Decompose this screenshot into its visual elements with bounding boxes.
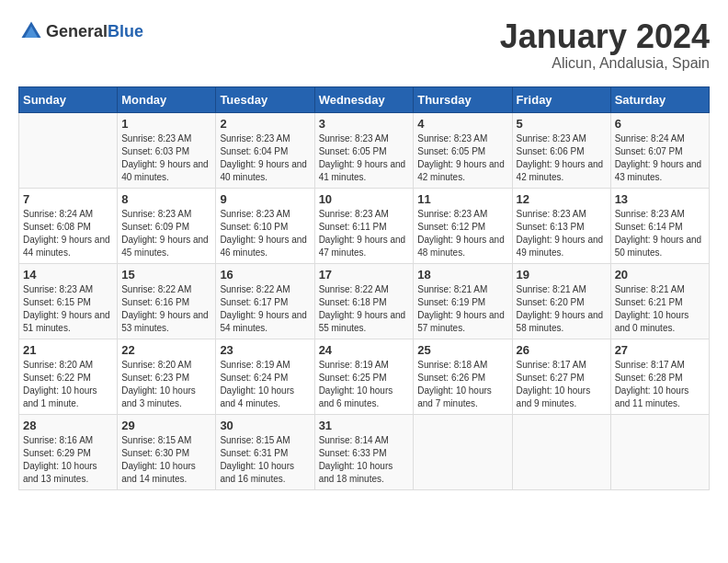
- calendar-cell: 5 Sunrise: 8:23 AMSunset: 6:06 PMDayligh…: [512, 112, 610, 188]
- day-info: Sunrise: 8:17 AMSunset: 6:27 PMDaylight:…: [517, 360, 591, 408]
- calendar-cell: 3 Sunrise: 8:23 AMSunset: 6:05 PMDayligh…: [314, 112, 414, 188]
- day-info: Sunrise: 8:22 AMSunset: 6:16 PMDaylight:…: [121, 284, 209, 333]
- day-info: Sunrise: 8:15 AMSunset: 6:31 PMDaylight:…: [220, 435, 294, 484]
- calendar-cell: [414, 414, 512, 489]
- day-info: Sunrise: 8:24 AMSunset: 6:08 PMDaylight:…: [23, 209, 110, 258]
- day-number: 16: [220, 268, 310, 282]
- day-number: 17: [319, 268, 410, 282]
- day-info: Sunrise: 8:16 AMSunset: 6:29 PMDaylight:…: [23, 435, 97, 484]
- calendar-cell: 11 Sunrise: 8:23 AMSunset: 6:12 PMDaylig…: [414, 188, 512, 263]
- day-info: Sunrise: 8:20 AMSunset: 6:22 PMDaylight:…: [23, 360, 97, 408]
- calendar-cell: 14 Sunrise: 8:23 AMSunset: 6:15 PMDaylig…: [19, 263, 118, 339]
- month-title: January 2024: [500, 18, 710, 55]
- week-row-2: 7 Sunrise: 8:24 AMSunset: 6:08 PMDayligh…: [19, 188, 710, 263]
- day-info: Sunrise: 8:14 AMSunset: 6:33 PMDaylight:…: [319, 435, 393, 484]
- logo: GeneralBlue: [18, 18, 143, 44]
- calendar-cell: [610, 414, 709, 489]
- calendar-cell: 9 Sunrise: 8:23 AMSunset: 6:10 PMDayligh…: [216, 188, 314, 263]
- calendar-cell: 1 Sunrise: 8:23 AMSunset: 6:03 PMDayligh…: [118, 112, 216, 188]
- day-number: 2: [220, 117, 310, 131]
- day-info: Sunrise: 8:15 AMSunset: 6:30 PMDaylight:…: [121, 435, 196, 484]
- day-number: 6: [615, 117, 705, 131]
- calendar-table: SundayMondayTuesdayWednesdayThursdayFrid…: [18, 86, 710, 490]
- day-number: 9: [220, 192, 310, 206]
- calendar-cell: 16 Sunrise: 8:22 AMSunset: 6:17 PMDaylig…: [216, 263, 314, 339]
- week-row-3: 14 Sunrise: 8:23 AMSunset: 6:15 PMDaylig…: [19, 263, 710, 339]
- calendar-cell: 21 Sunrise: 8:20 AMSunset: 6:22 PMDaylig…: [19, 339, 118, 414]
- weekday-header-tuesday: Tuesday: [216, 86, 314, 112]
- day-number: 7: [23, 192, 113, 206]
- day-number: 31: [319, 419, 410, 432]
- day-number: 26: [517, 343, 607, 357]
- day-number: 1: [121, 117, 211, 131]
- title-block: January 2024 Alicun, Andalusia, Spain: [500, 18, 710, 72]
- weekday-header-monday: Monday: [118, 86, 216, 112]
- day-info: Sunrise: 8:23 AMSunset: 6:06 PMDaylight:…: [517, 133, 604, 182]
- day-info: Sunrise: 8:23 AMSunset: 6:13 PMDaylight:…: [517, 209, 604, 258]
- day-info: Sunrise: 8:18 AMSunset: 6:26 PMDaylight:…: [417, 360, 492, 408]
- day-number: 21: [23, 343, 113, 357]
- day-info: Sunrise: 8:21 AMSunset: 6:20 PMDaylight:…: [517, 284, 604, 333]
- logo-text-general: General: [46, 22, 108, 40]
- logo-text-blue: Blue: [108, 22, 143, 40]
- day-number: 25: [417, 343, 507, 357]
- day-info: Sunrise: 8:24 AMSunset: 6:07 PMDaylight:…: [615, 133, 702, 182]
- day-number: 15: [121, 268, 211, 282]
- calendar-cell: 24 Sunrise: 8:19 AMSunset: 6:25 PMDaylig…: [314, 339, 414, 414]
- day-info: Sunrise: 8:21 AMSunset: 6:19 PMDaylight:…: [417, 284, 505, 333]
- calendar-cell: 7 Sunrise: 8:24 AMSunset: 6:08 PMDayligh…: [19, 188, 118, 263]
- calendar-cell: 27 Sunrise: 8:17 AMSunset: 6:28 PMDaylig…: [610, 339, 709, 414]
- day-info: Sunrise: 8:19 AMSunset: 6:24 PMDaylight:…: [220, 360, 294, 408]
- logo-icon: [18, 18, 44, 44]
- calendar-cell: [512, 414, 610, 489]
- day-number: 30: [220, 419, 310, 432]
- calendar-cell: 17 Sunrise: 8:22 AMSunset: 6:18 PMDaylig…: [314, 263, 414, 339]
- calendar-cell: 25 Sunrise: 8:18 AMSunset: 6:26 PMDaylig…: [414, 339, 512, 414]
- week-row-5: 28 Sunrise: 8:16 AMSunset: 6:29 PMDaylig…: [19, 414, 710, 489]
- day-number: 23: [220, 343, 310, 357]
- calendar-cell: [19, 112, 118, 188]
- day-number: 24: [319, 343, 410, 357]
- day-info: Sunrise: 8:22 AMSunset: 6:17 PMDaylight:…: [220, 284, 307, 333]
- day-number: 10: [319, 192, 410, 206]
- day-info: Sunrise: 8:23 AMSunset: 6:10 PMDaylight:…: [220, 209, 307, 258]
- weekday-header-saturday: Saturday: [610, 86, 709, 112]
- day-info: Sunrise: 8:23 AMSunset: 6:03 PMDaylight:…: [121, 133, 209, 182]
- calendar-cell: 13 Sunrise: 8:23 AMSunset: 6:14 PMDaylig…: [610, 188, 709, 263]
- location-title: Alicun, Andalusia, Spain: [500, 55, 710, 72]
- day-info: Sunrise: 8:23 AMSunset: 6:05 PMDaylight:…: [417, 133, 505, 182]
- calendar-cell: 2 Sunrise: 8:23 AMSunset: 6:04 PMDayligh…: [216, 112, 314, 188]
- calendar-cell: 30 Sunrise: 8:15 AMSunset: 6:31 PMDaylig…: [216, 414, 314, 489]
- day-number: 4: [417, 117, 507, 131]
- week-row-1: 1 Sunrise: 8:23 AMSunset: 6:03 PMDayligh…: [19, 112, 710, 188]
- calendar-cell: 28 Sunrise: 8:16 AMSunset: 6:29 PMDaylig…: [19, 414, 118, 489]
- calendar-cell: 20 Sunrise: 8:21 AMSunset: 6:21 PMDaylig…: [610, 263, 709, 339]
- week-row-4: 21 Sunrise: 8:20 AMSunset: 6:22 PMDaylig…: [19, 339, 710, 414]
- day-info: Sunrise: 8:21 AMSunset: 6:21 PMDaylight:…: [615, 284, 689, 333]
- day-info: Sunrise: 8:19 AMSunset: 6:25 PMDaylight:…: [319, 360, 393, 408]
- day-number: 5: [517, 117, 607, 131]
- calendar-cell: 18 Sunrise: 8:21 AMSunset: 6:19 PMDaylig…: [414, 263, 512, 339]
- calendar-cell: 4 Sunrise: 8:23 AMSunset: 6:05 PMDayligh…: [414, 112, 512, 188]
- calendar-cell: 12 Sunrise: 8:23 AMSunset: 6:13 PMDaylig…: [512, 188, 610, 263]
- day-info: Sunrise: 8:23 AMSunset: 6:05 PMDaylight:…: [319, 133, 406, 182]
- day-number: 20: [615, 268, 705, 282]
- day-number: 14: [23, 268, 113, 282]
- day-number: 27: [615, 343, 705, 357]
- day-info: Sunrise: 8:17 AMSunset: 6:28 PMDaylight:…: [615, 360, 689, 408]
- weekday-header-row: SundayMondayTuesdayWednesdayThursdayFrid…: [19, 86, 710, 112]
- day-number: 13: [615, 192, 705, 206]
- calendar-cell: 19 Sunrise: 8:21 AMSunset: 6:20 PMDaylig…: [512, 263, 610, 339]
- day-number: 3: [319, 117, 410, 131]
- day-info: Sunrise: 8:23 AMSunset: 6:14 PMDaylight:…: [615, 209, 702, 258]
- day-number: 22: [121, 343, 211, 357]
- calendar-cell: 8 Sunrise: 8:23 AMSunset: 6:09 PMDayligh…: [118, 188, 216, 263]
- calendar-cell: 23 Sunrise: 8:19 AMSunset: 6:24 PMDaylig…: [216, 339, 314, 414]
- day-number: 11: [417, 192, 507, 206]
- day-number: 12: [517, 192, 607, 206]
- calendar-cell: 15 Sunrise: 8:22 AMSunset: 6:16 PMDaylig…: [118, 263, 216, 339]
- weekday-header-wednesday: Wednesday: [314, 86, 414, 112]
- weekday-header-friday: Friday: [512, 86, 610, 112]
- day-info: Sunrise: 8:23 AMSunset: 6:09 PMDaylight:…: [121, 209, 209, 258]
- day-number: 29: [121, 419, 211, 432]
